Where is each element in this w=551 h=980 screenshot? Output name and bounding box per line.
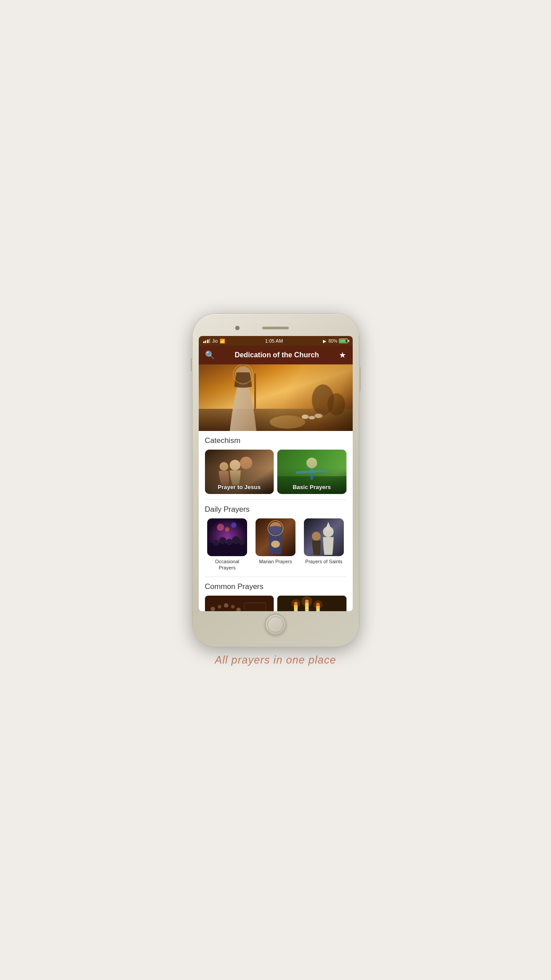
phone-screen: Jio 📶 1:05 AM ▶ 80% 🔍 Dedication of the … [199,336,353,611]
nav-bar: 🔍 Dedication of the Church ★ [199,346,353,364]
earpiece [262,327,289,329]
svg-point-43 [231,605,234,609]
battery-percent: 80% [328,339,337,344]
marian-img [256,518,295,556]
signal-bars [203,339,211,343]
nav-title: Dedication of the Church [235,351,319,359]
battery-fill [340,340,346,342]
svg-point-54 [291,599,300,608]
occasional-prayers-card[interactable]: OccasionalPrayers [205,518,250,571]
saints-prayers-card[interactable]: Prayers of Saints [302,518,346,571]
common-card-1[interactable] [205,596,274,611]
signal-bar-3 [207,340,209,343]
front-camera [235,326,240,330]
status-bar: Jio 📶 1:05 AM ▶ 80% [199,336,353,346]
common-prayers-title: Common Prayers [205,582,346,591]
daily-prayers-title: Daily Prayers [205,505,346,514]
signal-bar-4 [209,339,210,343]
occasional-overlay [207,518,247,556]
hero-overlay [199,364,353,431]
phone-top [199,322,353,334]
signal-bar-2 [205,340,206,343]
volume-button [191,358,193,371]
content-scroll[interactable]: Catechism [199,431,353,611]
status-left: Jio 📶 [203,339,225,344]
svg-point-41 [217,605,221,609]
basic-prayers-card[interactable]: Basic Prayers [277,450,346,494]
common-svg-2 [277,596,346,611]
marian-label: Marian Prayers [259,558,292,565]
search-icon[interactable]: 🔍 [205,350,215,360]
home-button-inner [268,616,283,632]
marian-prayers-card[interactable]: Marian Prayers [253,518,298,571]
location-icon: ▶ [323,339,327,344]
svg-point-56 [314,600,323,609]
marian-overlay [256,518,295,556]
catechism-title: Catechism [205,436,346,445]
daily-grid: OccasionalPrayers [205,518,346,571]
phone-shell: Jio 📶 1:05 AM ▶ 80% 🔍 Dedication of the … [193,314,359,647]
catechism-grid: Prayer to Jesus [205,450,346,494]
page-wrapper: Jio 📶 1:05 AM ▶ 80% 🔍 Dedication of the … [184,314,367,666]
status-right: ▶ 80% [323,339,348,344]
basic-prayers-label: Basic Prayers [277,484,346,490]
wifi-icon: 📶 [220,339,225,344]
saints-label: Prayers of Saints [305,558,342,565]
saints-overlay [304,518,344,556]
status-time: 1:05 AM [265,338,283,344]
prayer-to-jesus-card[interactable]: Prayer to Jesus [205,450,274,494]
prayer-jesus-label: Prayer to Jesus [205,484,274,490]
phone-bottom [199,611,353,638]
saints-img [304,518,344,556]
occasional-label: OccasionalPrayers [215,558,239,571]
tagline: All prayers in one place [215,654,336,666]
favorite-icon[interactable]: ★ [339,350,346,360]
hero-image [199,364,353,431]
carrier-label: Jio [212,339,218,344]
svg-point-40 [210,607,215,611]
daily-prayers-section: Daily Prayers [199,500,353,577]
battery-icon [339,339,348,343]
signal-bar-1 [203,341,205,343]
power-button [359,367,361,391]
svg-rect-46 [244,603,265,611]
svg-point-42 [224,603,228,608]
catechism-section: Catechism [199,431,353,499]
occasional-img [207,518,247,556]
common-card-bg-2 [277,596,346,611]
common-card-2[interactable] [277,596,346,611]
common-card-bg-1 [205,596,274,611]
common-prayers-section: Common Prayers [199,577,353,611]
common-grid [205,596,346,611]
home-button[interactable] [265,614,286,635]
svg-point-55 [302,596,312,607]
common-svg-1 [205,596,274,611]
